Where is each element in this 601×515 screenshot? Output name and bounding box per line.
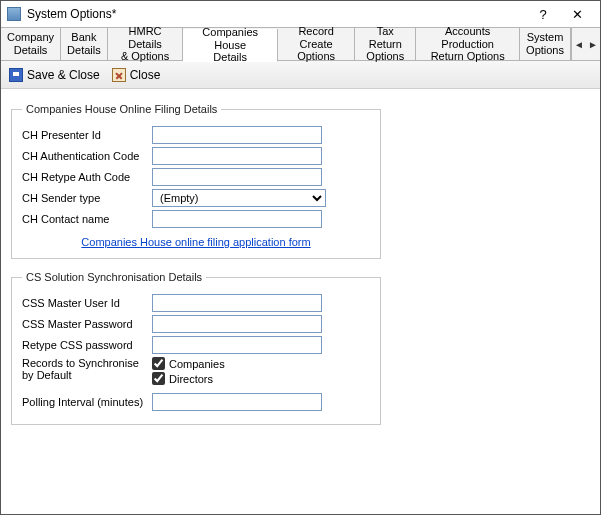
sync-companies-checkbox[interactable] [152, 357, 165, 370]
close-label: Close [130, 68, 161, 82]
css-password-label: CSS Master Password [22, 318, 152, 330]
tab-scroll-left[interactable]: ◄ [572, 28, 586, 60]
tab-bank-details[interactable]: Bank Details [61, 28, 108, 60]
group-ch-legend: Companies House Online Filing Details [22, 103, 221, 115]
save-and-close-label: Save & Close [27, 68, 100, 82]
tab-companies-house-details[interactable]: Companies House Details [183, 29, 277, 62]
tab-accounts-production-return-options[interactable]: Accounts Production Return Options [416, 28, 520, 60]
group-css-sync: CS Solution Synchronisation Details CSS … [11, 271, 381, 425]
tabstrip: Company Details Bank Details HMRC Detail… [1, 27, 600, 61]
polling-interval-label: Polling Interval (minutes) [22, 396, 152, 408]
css-retype-password-label: Retype CSS password [22, 339, 152, 351]
tab-scroll-right[interactable]: ► [586, 28, 600, 60]
ch-sender-type-select[interactable]: (Empty) [152, 189, 326, 207]
save-and-close-button[interactable]: Save & Close [9, 68, 100, 82]
ch-contact-name-field[interactable] [152, 210, 322, 228]
css-retype-password-field[interactable] [152, 336, 322, 354]
toolbar: Save & Close Close [1, 61, 600, 89]
close-icon [112, 68, 126, 82]
content-area: Companies House Online Filing Details CH… [1, 89, 600, 445]
ch-auth-code-label: CH Authentication Code [22, 150, 152, 162]
records-to-sync-label: Records to Synchronise by Default [22, 357, 152, 381]
close-button[interactable]: Close [112, 68, 161, 82]
tab-system-options[interactable]: System Options [520, 28, 571, 60]
titlebar: System Options* ? ✕ [1, 1, 600, 27]
tab-record-create-options[interactable]: Record Create Options [278, 28, 355, 60]
css-password-field[interactable] [152, 315, 322, 333]
ch-auth-code-field[interactable] [152, 147, 322, 165]
tab-hmrc-details[interactable]: HMRC Details & Options [108, 28, 184, 60]
group-ch-online-filing: Companies House Online Filing Details CH… [11, 103, 381, 259]
tab-tax-return-options[interactable]: Tax Return Options [355, 28, 416, 60]
sync-directors-label: Directors [169, 373, 213, 385]
sync-companies-label: Companies [169, 358, 225, 370]
polling-interval-field[interactable] [152, 393, 322, 411]
help-button[interactable]: ? [526, 3, 560, 25]
sync-directors-checkbox[interactable] [152, 372, 165, 385]
app-icon [7, 7, 21, 21]
window-close-button[interactable]: ✕ [560, 3, 594, 25]
ch-retype-auth-label: CH Retype Auth Code [22, 171, 152, 183]
css-user-id-field[interactable] [152, 294, 322, 312]
ch-sender-type-label: CH Sender type [22, 192, 152, 204]
save-icon [9, 68, 23, 82]
tab-scroll-arrows: ◄ ► [571, 28, 600, 60]
window-title: System Options* [27, 7, 526, 21]
ch-presenter-id-field[interactable] [152, 126, 322, 144]
ch-presenter-id-label: CH Presenter Id [22, 129, 152, 141]
ch-retype-auth-field[interactable] [152, 168, 322, 186]
ch-online-filing-form-link[interactable]: Companies House online filing applicatio… [81, 236, 310, 248]
css-user-id-label: CSS Master User Id [22, 297, 152, 309]
group-css-legend: CS Solution Synchronisation Details [22, 271, 206, 283]
ch-contact-name-label: CH Contact name [22, 213, 152, 225]
tab-company-details[interactable]: Company Details [1, 28, 61, 60]
